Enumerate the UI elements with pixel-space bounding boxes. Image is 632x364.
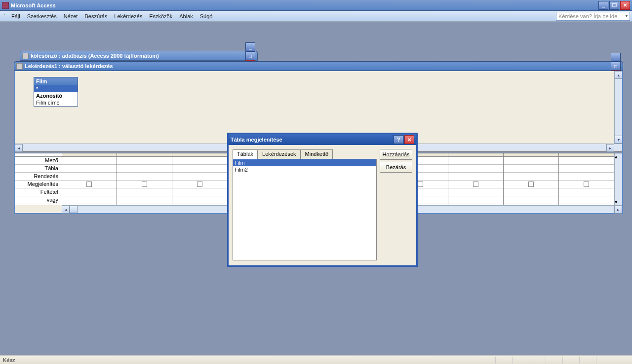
table-header[interactable]: Film [34, 77, 78, 85]
criteria-cell[interactable] [172, 188, 227, 196]
sort-cell[interactable] [559, 173, 614, 181]
qbe-column[interactable] [448, 153, 504, 205]
table-cell[interactable] [62, 165, 117, 173]
field-film-cime[interactable]: Film címe [34, 99, 78, 106]
show-table-dialog[interactable]: Tábla megjelenítése ? ✕ Táblák Lekérdezé… [227, 133, 418, 267]
qbe-column[interactable] [504, 153, 559, 205]
table-cell[interactable] [504, 165, 558, 173]
criteria-cell[interactable] [448, 188, 503, 196]
table-cell[interactable] [172, 165, 227, 173]
column-selector[interactable] [504, 153, 558, 157]
or-cell[interactable] [172, 196, 227, 204]
dialog-close-button[interactable]: ✕ [404, 135, 414, 144]
checkbox[interactable] [142, 182, 147, 187]
scroll-thumb[interactable] [70, 206, 78, 213]
field-cell[interactable] [117, 157, 172, 165]
restore-button[interactable]: ❐ [609, 1, 619, 10]
column-selector[interactable] [172, 153, 227, 157]
column-selector[interactable] [559, 153, 614, 157]
criteria-cell[interactable] [62, 188, 117, 196]
criteria-cell[interactable] [559, 188, 614, 196]
db-maximize-button[interactable]: □ [245, 51, 255, 60]
list-item[interactable]: Film2 [233, 166, 376, 173]
table-cell[interactable] [117, 165, 172, 173]
qbe-column[interactable] [172, 153, 228, 205]
menu-tools[interactable]: Eszközök [146, 12, 176, 20]
sort-cell[interactable] [117, 173, 172, 181]
checkbox[interactable] [86, 182, 92, 187]
scroll-left-icon[interactable]: ◂ [62, 206, 70, 214]
tables-listbox[interactable]: Film Film2 [233, 159, 377, 260]
checkbox[interactable] [528, 182, 534, 187]
sort-cell[interactable] [62, 173, 117, 181]
menu-insert[interactable]: Beszúrás [81, 12, 111, 20]
tab-mindketto[interactable]: Mindkettő [301, 149, 333, 159]
checkbox[interactable] [418, 182, 423, 187]
tab-lekerdezesek[interactable]: Lekérdezések [258, 149, 301, 159]
column-selector[interactable] [62, 153, 117, 157]
qbe-column[interactable] [117, 153, 172, 205]
query-titlebar[interactable]: Lekérdezés1 : választó lekérdezés _ □ ✕ [14, 61, 623, 71]
dialog-titlebar[interactable]: Tábla megjelenítése ? ✕ [229, 134, 416, 145]
db-minimize-button[interactable]: _ [245, 42, 255, 51]
vertical-scrollbar[interactable]: ▴ ▾ [614, 71, 622, 144]
show-cell[interactable] [117, 181, 172, 188]
checkbox[interactable] [197, 182, 202, 187]
add-button[interactable]: Hozzáadás [380, 149, 412, 160]
scroll-left-icon[interactable]: ◂ [15, 144, 23, 152]
or-cell[interactable] [559, 196, 614, 204]
sort-cell[interactable] [504, 173, 558, 181]
scroll-up-icon[interactable]: ▴ [615, 153, 618, 160]
scroll-up-icon[interactable]: ▴ [615, 71, 622, 79]
field-azonosito[interactable]: Azonosító [34, 92, 78, 99]
field-cell[interactable] [62, 157, 117, 165]
show-cell[interactable] [559, 181, 614, 188]
criteria-cell[interactable] [504, 188, 558, 196]
scroll-down-icon[interactable]: ▾ [615, 199, 618, 205]
checkbox[interactable] [473, 182, 478, 187]
qbe-vertical-scrollbar[interactable]: ▴ ▾ [614, 153, 622, 205]
close-button[interactable]: Bezárás [380, 162, 412, 173]
menu-edit[interactable]: Szerkesztés [24, 12, 60, 20]
menu-view[interactable]: Nézet [60, 12, 81, 20]
query-minimize-button[interactable]: _ [611, 53, 621, 62]
field-cell[interactable] [448, 157, 503, 165]
sort-cell[interactable] [448, 173, 503, 181]
table-cell[interactable] [448, 165, 503, 173]
close-button[interactable]: ✕ [620, 1, 630, 10]
minimize-button[interactable]: _ [598, 1, 608, 10]
field-star[interactable]: * [34, 85, 78, 92]
sort-cell[interactable] [172, 173, 227, 181]
table-cell[interactable] [559, 165, 614, 173]
scroll-right-icon[interactable]: ▸ [614, 206, 622, 214]
show-cell[interactable] [172, 181, 227, 188]
database-titlebar[interactable]: kölcsönző : adatbázis (Access 2000 fájlf… [20, 51, 258, 61]
qbe-column[interactable] [62, 153, 117, 205]
qbe-column[interactable] [559, 153, 614, 205]
field-cell[interactable] [559, 157, 614, 165]
menu-query[interactable]: Lekérdezés [111, 12, 146, 20]
field-list[interactable]: * Azonosító Film címe [34, 85, 78, 106]
table-film[interactable]: Film * Azonosító Film címe [34, 77, 78, 107]
help-search-box[interactable]: Kérdése van? Írja be ide. ▾ [556, 12, 630, 21]
or-cell[interactable] [62, 196, 117, 204]
menu-window[interactable]: Ablak [176, 12, 197, 20]
scroll-down-icon[interactable]: ▾ [615, 136, 622, 144]
menu-file[interactable]: Fájl [8, 12, 24, 20]
show-cell[interactable] [448, 181, 503, 188]
show-cell[interactable] [62, 181, 117, 188]
field-cell[interactable] [504, 157, 558, 165]
column-selector[interactable] [117, 153, 172, 157]
list-item[interactable]: Film [233, 159, 376, 166]
scroll-right-icon[interactable]: ▸ [606, 144, 614, 152]
or-cell[interactable] [504, 196, 558, 204]
database-window[interactable]: kölcsönző : adatbázis (Access 2000 fájlf… [20, 51, 258, 61]
show-cell[interactable] [504, 181, 558, 188]
checkbox[interactable] [584, 182, 589, 187]
query-maximize-button[interactable]: □ [611, 62, 621, 71]
menu-help[interactable]: Súgó [197, 12, 216, 20]
or-cell[interactable] [448, 196, 503, 204]
tab-tablak[interactable]: Táblák [233, 149, 258, 159]
field-cell[interactable] [172, 157, 227, 165]
criteria-cell[interactable] [117, 188, 172, 196]
